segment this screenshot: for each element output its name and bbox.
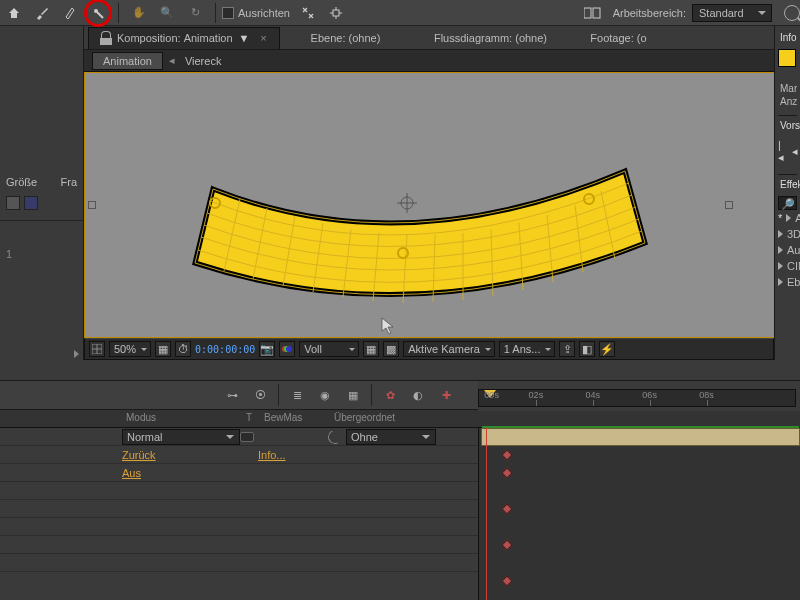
workspace-icon[interactable] (581, 3, 605, 23)
workspace-label: Arbeitsbereich: (613, 7, 686, 19)
timecode-icon[interactable]: ⏱ (175, 341, 191, 357)
breadcrumb: Animation ◂ Viereck (0, 50, 800, 72)
effects-search[interactable]: 🔎 (778, 196, 797, 210)
tick-label: 08s (699, 390, 714, 400)
home-icon[interactable] (2, 3, 26, 23)
puppet-pin-icon[interactable] (86, 3, 110, 23)
right-panels: Info Mario Anz Vors |◂◂ Effekte 🔎 *Ans 3… (774, 26, 800, 360)
link-aus[interactable]: Aus (122, 467, 141, 479)
zoom-icon[interactable]: 🔍 (155, 3, 179, 23)
effect-group[interactable]: CIN (778, 258, 797, 274)
snapshot-icon[interactable]: 📷 (259, 341, 275, 357)
tab-comp-prefix: Komposition: (117, 32, 181, 44)
flowchart-icon[interactable] (24, 196, 38, 210)
grid-icon[interactable] (89, 341, 105, 357)
col-parent: Übergeordnet (328, 410, 458, 427)
tick-label: 06s (642, 390, 657, 400)
motion-blur-icon[interactable]: ◉ (315, 385, 335, 405)
svg-point-11 (286, 346, 292, 352)
rotate-icon[interactable]: ↻ (183, 3, 207, 23)
chevron-left-icon[interactable]: ◂ (165, 54, 179, 67)
timeline-track-area[interactable] (478, 428, 800, 600)
parent-dropdown[interactable]: Ohne (346, 429, 436, 445)
effect-group[interactable]: 3D- (778, 226, 797, 242)
brush-icon[interactable] (30, 3, 54, 23)
layer-duration-bar[interactable] (481, 428, 800, 446)
res-icon[interactable]: ▦ (155, 341, 171, 357)
workspace-dropdown[interactable]: Standard (692, 4, 772, 22)
search-icon: 🔎 (781, 198, 795, 211)
link-back[interactable]: Zurück (122, 449, 156, 461)
keyframe-icon[interactable] (501, 449, 512, 460)
first-frame-icon[interactable]: |◂ (778, 139, 784, 164)
tab-layer[interactable]: Ebene: (ohne) (280, 27, 410, 49)
folder-icon[interactable] (6, 196, 20, 210)
switch-icon[interactable]: ◐ (408, 385, 428, 405)
project-panel-strip: Größe Fra 1 (0, 26, 84, 360)
frame-blend-icon[interactable]: ⦿ (250, 385, 270, 405)
pixel-aspect-icon[interactable]: ◧ (579, 341, 595, 357)
info-header[interactable]: Info (778, 32, 797, 43)
bbox-handle-right[interactable] (725, 201, 733, 209)
trackmatte-toggle[interactable] (240, 432, 254, 442)
align-checkbox[interactable] (222, 7, 234, 19)
breadcrumb-active[interactable]: Animation (92, 52, 163, 70)
graph-icon[interactable]: ▦ (343, 385, 363, 405)
current-time-indicator-line[interactable] (486, 428, 487, 600)
pen-icon[interactable] (58, 3, 82, 23)
work-area-bar[interactable] (482, 426, 799, 428)
tab-composition[interactable]: Komposition: Animation ▼ × (88, 27, 280, 49)
layers-icon[interactable]: ≣ (287, 385, 307, 405)
prev-frame-icon[interactable]: ◂ (792, 145, 798, 158)
quality-dropdown[interactable]: Voll (299, 341, 359, 357)
tab-comp-name: Animation (184, 32, 233, 44)
tab-footage[interactable]: Footage: (o (570, 27, 666, 49)
pickwhip-icon[interactable] (326, 428, 344, 446)
snap-target-icon[interactable] (324, 3, 348, 23)
tab-flowchart[interactable]: Flussdiagramm: (ohne) (410, 27, 570, 49)
link-info[interactable]: Info... (258, 449, 286, 461)
snap-icon[interactable] (296, 3, 320, 23)
close-icon[interactable]: × (257, 32, 269, 44)
preview-header[interactable]: Vors (778, 120, 797, 131)
composition-viewport[interactable] (84, 72, 774, 338)
keyframe-icon[interactable] (501, 539, 512, 550)
zoom-dropdown[interactable]: 50% (109, 341, 151, 357)
color-swatch[interactable] (778, 49, 796, 67)
svg-rect-2 (584, 8, 591, 18)
add-icon[interactable]: ✚ (436, 385, 456, 405)
lock-icon (99, 31, 113, 45)
cursor-icon (381, 317, 397, 337)
breadcrumb-item[interactable]: Viereck (181, 53, 225, 69)
camera-dropdown[interactable]: Aktive Kamera (403, 341, 495, 357)
workspace-value: Standard (699, 7, 744, 19)
channels-icon[interactable] (279, 341, 295, 357)
effects-header[interactable]: Effekte (778, 179, 797, 190)
effect-group[interactable]: Aud (778, 242, 797, 258)
shy-icon[interactable]: ⊶ (222, 385, 242, 405)
warped-shape[interactable] (85, 73, 775, 339)
hand-icon[interactable]: ✋ (127, 3, 151, 23)
viewport-footer: 50% ▦ ⏱ 0:00:00:00 📷 Voll ▦ ▩ Aktive Kam… (84, 338, 774, 360)
brain-icon[interactable]: ✿ (380, 385, 400, 405)
keyframe-icon[interactable] (501, 467, 512, 478)
mask-icon[interactable]: ▩ (383, 341, 399, 357)
views-dropdown[interactable]: 1 Ans... (499, 341, 556, 357)
svg-rect-3 (593, 8, 600, 18)
search-icon[interactable] (784, 5, 800, 21)
effect-group[interactable]: *Ans (778, 210, 797, 226)
fast-preview-icon[interactable]: ⚡ (599, 341, 615, 357)
share-icon[interactable]: ⇪ (559, 341, 575, 357)
keyframe-icon[interactable] (501, 503, 512, 514)
guides-icon[interactable]: ▦ (363, 341, 379, 357)
mode-dropdown[interactable]: Normal (122, 429, 240, 445)
expand-icon[interactable] (74, 350, 79, 358)
timecode-value: 0:00:00:00 (195, 344, 255, 355)
bbox-handle-left[interactable] (88, 201, 96, 209)
separator (215, 3, 216, 23)
effect-group[interactable]: Ebe (778, 274, 797, 290)
top-toolbar: ✋ 🔍 ↻ Ausrichten Arbeitsbereich: Standar… (0, 0, 800, 26)
time-ruler[interactable]: 00s 02s 04s 06s 08s (478, 389, 796, 407)
keyframe-icon[interactable] (501, 575, 512, 586)
column-headers: Größe Fra (0, 172, 83, 192)
